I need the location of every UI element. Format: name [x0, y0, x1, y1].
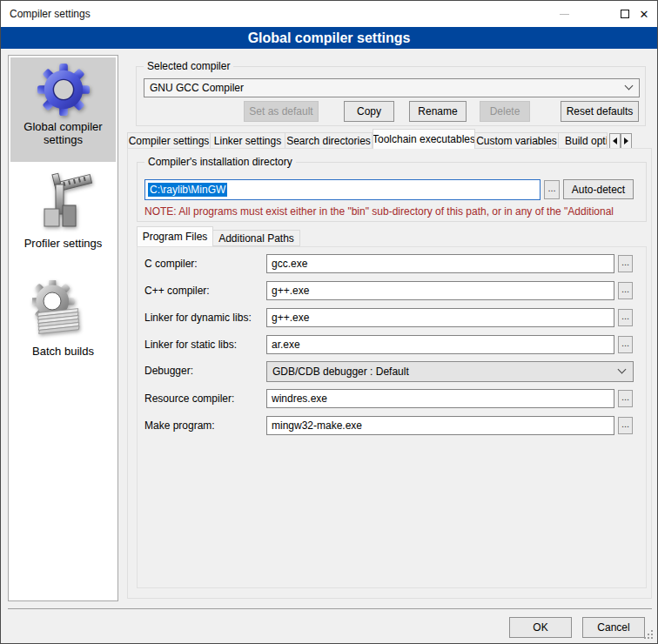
static-linker-input[interactable]	[266, 335, 614, 354]
field-label: Make program:	[144, 416, 215, 435]
window-title: Compiler settings	[10, 1, 91, 27]
note-text: NOTE: All programs must exist either in …	[144, 205, 614, 218]
tab-custom-variables[interactable]: Custom variables	[475, 132, 559, 149]
maximize-icon	[621, 10, 629, 18]
resource-compiler-input[interactable]	[266, 389, 614, 408]
delete-button[interactable]: Delete	[480, 101, 530, 122]
field-row-resource-compiler: Resource compiler: ...	[138, 389, 646, 410]
chevron-down-icon	[618, 366, 627, 374]
make-program-input[interactable]	[266, 416, 614, 435]
tab-scroll-left-button[interactable]	[609, 133, 621, 149]
field-row-debugger: Debugger: GDB/CDB debugger : Default	[138, 361, 646, 382]
footer-divider	[8, 608, 652, 609]
tab-search-directories[interactable]: Search directories	[285, 132, 373, 149]
gear-blue-icon	[37, 63, 91, 117]
c-compiler-browse-button[interactable]: ...	[618, 255, 633, 272]
install-dir-browse-button[interactable]: ...	[544, 180, 560, 199]
tab-program-files[interactable]: Program Files	[137, 226, 213, 246]
tab-scroll-right-button[interactable]	[621, 133, 632, 149]
program-files-page: C compiler: ... C++ compiler: ... Linker…	[137, 246, 647, 588]
compiler-combo-value: GNU GCC Compiler	[150, 82, 244, 94]
field-label: C compiler:	[144, 254, 198, 273]
cancel-button[interactable]: Cancel	[582, 617, 645, 638]
cpp-compiler-browse-button[interactable]: ...	[618, 282, 633, 299]
install-dir-group: Compiler's installation directory C:\ray…	[137, 162, 647, 222]
gear-stack-icon	[32, 280, 95, 341]
page-title: Global compiler settings	[1, 27, 657, 49]
install-dir-input[interactable]: C:\raylib\MinGW	[144, 179, 540, 200]
selected-compiler-group: Selected compiler GNU GCC Compiler Set a…	[136, 66, 646, 126]
minimize-icon	[560, 14, 569, 15]
toolchain-executables-page: Compiler's installation directory C:\ray…	[127, 148, 652, 599]
field-row-c-compiler: C compiler: ...	[138, 254, 646, 275]
field-label: C++ compiler:	[144, 281, 210, 300]
debugger-combo-value: GDB/CDB debugger : Default	[272, 366, 409, 378]
make-program-browse-button[interactable]: ...	[618, 417, 633, 434]
debugger-combo[interactable]: GDB/CDB debugger : Default	[266, 361, 634, 382]
compiler-combo[interactable]: GNU GCC Compiler	[144, 78, 640, 97]
field-label: Debugger:	[144, 361, 193, 380]
rename-button[interactable]: Rename	[409, 101, 467, 122]
arrow-right-icon	[624, 138, 628, 144]
sidebar-item-label: Global compiler settings	[10, 120, 116, 146]
group-label: Compiler's installation directory	[144, 156, 296, 169]
field-row-cpp-compiler: C++ compiler: ...	[138, 281, 646, 302]
c-compiler-input[interactable]	[266, 254, 614, 273]
chevron-down-icon	[625, 82, 634, 91]
field-label: Linker for static libs:	[144, 335, 237, 354]
minimize-button[interactable]	[549, 1, 579, 27]
field-label: Resource compiler:	[144, 389, 234, 408]
reset-defaults-button[interactable]: Reset defaults	[561, 101, 639, 122]
close-button[interactable]: ✕	[629, 1, 658, 27]
tab-compiler-settings[interactable]: Compiler settings	[127, 132, 211, 149]
compiler-settings-dialog: Compiler settings ✕ Global compiler sett…	[0, 0, 658, 644]
tab-build-options[interactable]: Build options	[559, 132, 608, 149]
settings-category-list: Global compiler settings	[8, 55, 118, 601]
resource-compiler-browse-button[interactable]: ...	[618, 390, 633, 407]
group-label: Selected compiler	[144, 60, 233, 73]
arrow-left-icon	[613, 138, 617, 144]
field-row-static-linker: Linker for static libs: ...	[138, 335, 646, 356]
sidebar-item-label: Batch builds	[10, 345, 116, 358]
tab-linker-settings[interactable]: Linker settings	[211, 132, 285, 149]
sidebar-item-batch-builds[interactable]: Batch builds	[10, 275, 116, 406]
caliper-icon	[30, 165, 97, 233]
field-row-dynamic-linker: Linker for dynamic libs: ...	[138, 308, 646, 329]
title-bar[interactable]: Compiler settings ✕	[1, 1, 657, 27]
ok-button[interactable]: OK	[509, 617, 572, 638]
compiler-tabs: Compiler settings Linker settings Search…	[127, 129, 608, 149]
static-linker-browse-button[interactable]: ...	[618, 336, 633, 353]
field-label: Linker for dynamic libs:	[144, 308, 252, 327]
program-files-tabs: Program Files Additional Paths	[137, 225, 300, 246]
auto-detect-button[interactable]: Auto-detect	[563, 179, 634, 199]
sidebar-item-label: Profiler settings	[10, 237, 116, 250]
cpp-compiler-input[interactable]	[266, 281, 614, 300]
dynamic-linker-browse-button[interactable]: ...	[618, 309, 633, 326]
tab-additional-paths[interactable]: Additional Paths	[213, 230, 300, 246]
sidebar-item-global-compiler-settings[interactable]: Global compiler settings	[10, 57, 116, 162]
tab-toolchain-executables[interactable]: Toolchain executables	[373, 129, 475, 149]
selected-text: C:\raylib\MinGW	[148, 183, 227, 197]
dynamic-linker-input[interactable]	[266, 308, 614, 327]
close-icon: ✕	[640, 9, 649, 20]
copy-button[interactable]: Copy	[344, 101, 394, 122]
field-row-make-program: Make program: ...	[138, 416, 646, 437]
resize-grip[interactable]	[651, 637, 653, 639]
set-as-default-button[interactable]: Set as default	[244, 101, 319, 122]
sidebar-item-profiler-settings[interactable]: Profiler settings	[10, 164, 116, 266]
